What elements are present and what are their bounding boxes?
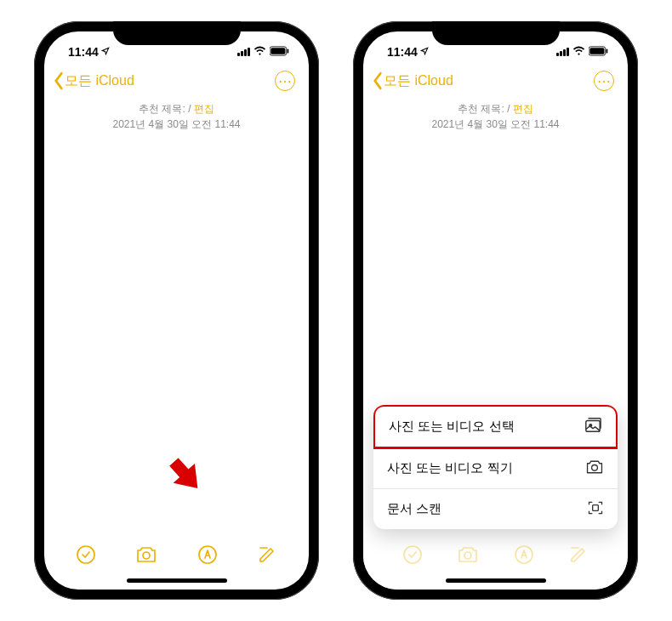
- bottom-toolbar: [44, 536, 309, 573]
- battery-icon: [589, 45, 609, 59]
- svg-point-14: [464, 552, 471, 559]
- note-body[interactable]: 사진 또는 비디오 선택 사진 또는 비디오 찍기 문서 스캔: [363, 132, 628, 590]
- annotation-arrow-icon: [161, 450, 208, 499]
- svg-point-11: [592, 464, 598, 470]
- camera-action-menu: 사진 또는 비디오 선택 사진 또는 비디오 찍기 문서 스캔: [373, 405, 618, 529]
- edit-link[interactable]: 편집: [513, 103, 533, 115]
- compose-icon: [568, 544, 589, 565]
- more-button[interactable]: ⋯: [594, 71, 614, 91]
- checklist-button[interactable]: [76, 544, 96, 568]
- markup-button[interactable]: [197, 544, 218, 568]
- menu-choose-label: 사진 또는 비디오 선택: [389, 419, 515, 435]
- suggested-title-label: 추천 제목: /: [139, 103, 191, 115]
- nav-bar: 모든 iCloud ⋯: [363, 66, 628, 96]
- edit-link[interactable]: 편집: [194, 103, 214, 115]
- screen-right: 11:44 모든 iCloud: [363, 31, 628, 590]
- back-label: 모든 iCloud: [384, 72, 453, 90]
- nav-bar: 모든 iCloud ⋯: [44, 66, 309, 96]
- home-indicator[interactable]: [127, 578, 227, 583]
- wifi-icon: [572, 45, 585, 59]
- checklist-button[interactable]: [402, 544, 423, 568]
- screen-left: 11:44 모든 iCloud: [44, 31, 309, 590]
- signal-icon: [556, 48, 569, 56]
- svg-rect-2: [288, 48, 289, 53]
- ellipsis-icon: ⋯: [597, 73, 611, 89]
- camera-icon: [457, 544, 479, 565]
- signal-icon: [237, 48, 250, 56]
- back-button[interactable]: 모든 iCloud: [370, 71, 453, 90]
- compose-icon: [257, 544, 277, 565]
- svg-point-5: [199, 546, 216, 563]
- note-header: 추천 제목: / 편집 2021년 4월 30일 오전 11:44: [363, 96, 628, 132]
- title-row: 추천 제목: / 편집: [44, 101, 309, 117]
- svg-rect-7: [589, 48, 604, 54]
- svg-point-15: [515, 546, 532, 563]
- suggested-title-label: 추천 제목: /: [458, 103, 510, 115]
- menu-take-label: 사진 또는 비디오 찍기: [387, 460, 513, 476]
- status-right: [556, 45, 609, 59]
- scan-icon: [587, 499, 604, 519]
- checklist-icon: [76, 544, 96, 565]
- back-label: 모든 iCloud: [65, 72, 134, 90]
- note-header: 추천 제목: / 편집 2021년 4월 30일 오전 11:44: [44, 96, 309, 132]
- camera-icon: [135, 544, 157, 565]
- back-button[interactable]: 모든 iCloud: [51, 71, 134, 90]
- markup-icon: [197, 544, 218, 565]
- camera-button[interactable]: [457, 544, 479, 568]
- location-icon: [420, 47, 429, 57]
- notch: [432, 21, 560, 45]
- photo-library-icon: [584, 417, 602, 436]
- wifi-icon: [253, 45, 266, 59]
- camera-button[interactable]: [135, 544, 157, 568]
- compose-button[interactable]: [257, 544, 277, 568]
- note-body[interactable]: [44, 132, 309, 536]
- more-button[interactable]: ⋯: [275, 71, 295, 91]
- markup-icon: [514, 544, 534, 565]
- battery-icon: [270, 45, 290, 59]
- svg-rect-1: [271, 48, 285, 54]
- menu-take-photo[interactable]: 사진 또는 비디오 찍기: [373, 448, 618, 489]
- svg-rect-12: [593, 505, 599, 511]
- status-time: 11:44: [387, 45, 418, 59]
- note-date: 2021년 4월 30일 오전 11:44: [363, 117, 628, 132]
- ellipsis-icon: ⋯: [278, 73, 292, 89]
- note-date: 2021년 4월 30일 오전 11:44: [44, 117, 309, 132]
- markup-button[interactable]: [514, 544, 534, 568]
- home-indicator[interactable]: [446, 578, 546, 583]
- phone-right: 11:44 모든 iCloud: [353, 21, 638, 600]
- svg-point-4: [143, 552, 150, 559]
- title-row: 추천 제목: / 편집: [363, 101, 628, 117]
- status-time-group: 11:44: [387, 45, 429, 59]
- status-time-group: 11:44: [68, 45, 110, 59]
- camera-icon: [585, 459, 604, 478]
- menu-choose-photo[interactable]: 사진 또는 비디오 선택: [373, 405, 618, 449]
- svg-rect-9: [586, 421, 600, 432]
- svg-rect-8: [607, 48, 608, 53]
- svg-point-3: [77, 546, 94, 563]
- phone-left: 11:44 모든 iCloud: [34, 21, 319, 600]
- status-time: 11:44: [68, 45, 99, 59]
- compose-button[interactable]: [568, 544, 589, 568]
- bottom-toolbar-dimmed: [373, 536, 618, 573]
- location-icon: [101, 47, 110, 57]
- status-right: [237, 45, 290, 59]
- notch: [113, 21, 241, 45]
- checklist-icon: [402, 544, 423, 565]
- menu-scan-documents[interactable]: 문서 스캔: [373, 489, 618, 529]
- svg-point-13: [404, 546, 421, 563]
- camera-menu-overlay: 사진 또는 비디오 선택 사진 또는 비디오 찍기 문서 스캔: [363, 354, 628, 590]
- menu-scan-label: 문서 스캔: [387, 501, 441, 517]
